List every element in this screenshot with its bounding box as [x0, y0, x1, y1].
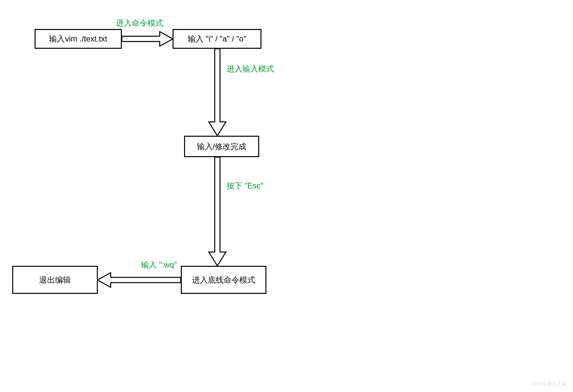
label-to-command-mode: 进入命令模式 [116, 18, 163, 28]
box-vim-command-text: 输入vim ./text.txt [49, 34, 107, 44]
arrow-type-wq [97, 270, 181, 290]
box-exit-editor: 退出编辑 [12, 266, 98, 294]
box-vim-command: 输入vim ./text.txt [35, 29, 122, 49]
box-insert-keys: 输入 "i" / "a" / "o" [173, 29, 261, 49]
box-insert-keys-text: 输入 "i" / "a" / "o" [188, 34, 246, 44]
watermark: CSDN @弦之森 [531, 381, 566, 387]
label-press-esc: 按下 "Esc" [227, 181, 263, 191]
arrow-to-insert-mode [204, 49, 231, 136]
label-type-wq: 输入 ":wq" [141, 260, 177, 270]
box-bottom-line-mode-text: 进入底线命令模式 [192, 275, 255, 285]
arrow-press-esc [204, 157, 231, 266]
box-done-editing-text: 输入/修改完成 [197, 141, 247, 152]
box-exit-editor-text: 退出编辑 [39, 275, 71, 285]
box-done-editing: 输入/修改完成 [184, 136, 259, 157]
label-to-insert-mode: 进入输入模式 [227, 64, 274, 74]
box-bottom-line-mode: 进入底线命令模式 [181, 266, 266, 294]
arrow-to-command-mode [122, 29, 173, 49]
